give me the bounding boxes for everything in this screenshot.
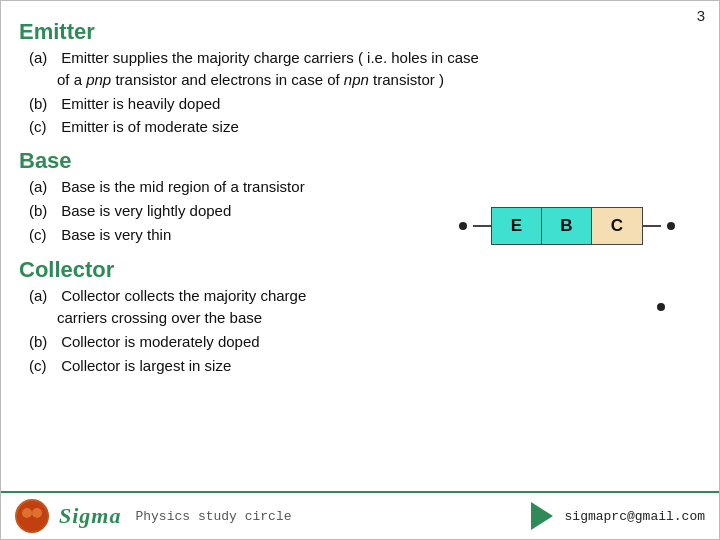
transistor-box: E B C bbox=[491, 207, 643, 245]
emitter-title: Emitter bbox=[19, 19, 701, 45]
collector-item-b: Collector is moderately doped bbox=[61, 333, 259, 350]
footer-subtitle: Physics study circle bbox=[135, 509, 291, 524]
collector-dot-area bbox=[651, 285, 671, 311]
svg-point-3 bbox=[24, 517, 40, 527]
page-number: 3 bbox=[697, 7, 705, 24]
emitter-item-c: Emitter is of moderate size bbox=[61, 118, 239, 135]
list-label: (a) bbox=[29, 176, 57, 198]
svg-point-2 bbox=[32, 508, 42, 518]
list-item: (a) Collector collects the majority char… bbox=[29, 285, 306, 329]
list-label: (a) bbox=[29, 285, 57, 307]
page: 3 Emitter (a) Emitter supplies the major… bbox=[0, 0, 720, 540]
pnp-italic: pnp bbox=[86, 71, 111, 88]
list-label: (c) bbox=[29, 224, 57, 246]
collector-list: (a) Collector collects the majority char… bbox=[19, 285, 306, 378]
footer-brand: Sigma bbox=[59, 503, 121, 529]
base-title: Base bbox=[19, 148, 701, 174]
base-list: (a) Base is the mid region of a transist… bbox=[19, 176, 453, 247]
collector-title: Collector bbox=[19, 257, 701, 283]
collector-item-a-text2: carriers crossing over the base bbox=[57, 309, 262, 326]
list-label: (a) bbox=[29, 47, 57, 69]
list-item: (c) Base is very thin bbox=[29, 224, 453, 246]
left-dot bbox=[459, 222, 467, 230]
diagram-row: E B C bbox=[453, 207, 681, 245]
base-content: (a) Base is the mid region of a transist… bbox=[19, 176, 701, 247]
right-line bbox=[643, 225, 661, 227]
footer-logo bbox=[15, 499, 49, 533]
cell-c: C bbox=[592, 208, 642, 244]
collector-content: (a) Collector collects the majority char… bbox=[19, 285, 701, 378]
base-section: Base (a) Base is the mid region of a tra… bbox=[19, 148, 701, 247]
emitter-section: Emitter (a) Emitter supplies the majorit… bbox=[19, 19, 701, 138]
list-item: (b) Emitter is heavily doped bbox=[29, 93, 701, 115]
arrow-icon bbox=[531, 502, 553, 530]
base-item-a: Base is the mid region of a transistor bbox=[61, 178, 304, 195]
emitter-list: (a) Emitter supplies the majority charge… bbox=[19, 47, 701, 138]
collector-section: Collector (a) Collector collects the maj… bbox=[19, 257, 701, 378]
collector-item-c: Collector is largest in size bbox=[61, 357, 231, 374]
collector-dot bbox=[657, 303, 665, 311]
list-item: (c) Emitter is of moderate size bbox=[29, 116, 701, 138]
right-dot bbox=[667, 222, 675, 230]
cell-e: E bbox=[492, 208, 542, 244]
base-item-c: Base is very thin bbox=[61, 226, 171, 243]
base-item-b: Base is very lightly doped bbox=[61, 202, 231, 219]
list-label: (b) bbox=[29, 93, 57, 115]
cell-b: B bbox=[542, 208, 592, 244]
list-item: (a) Base is the mid region of a transist… bbox=[29, 176, 453, 198]
emitter-item-a-text: Emitter supplies the majority charge car… bbox=[61, 49, 479, 66]
list-label: (c) bbox=[29, 355, 57, 377]
list-item: (c) Collector is largest in size bbox=[29, 355, 306, 377]
footer: Sigma Physics study circle sigmaprc@gmai… bbox=[1, 491, 719, 539]
list-label: (b) bbox=[29, 200, 57, 222]
emitter-item-b: Emitter is heavily doped bbox=[61, 95, 220, 112]
collector-item-a-text1: Collector collects the majority charge bbox=[61, 287, 306, 304]
transistor-diagram: E B C bbox=[453, 207, 681, 245]
svg-point-1 bbox=[22, 508, 32, 518]
footer-email: sigmaprc@gmail.com bbox=[565, 509, 705, 524]
list-item: (b) Base is very lightly doped bbox=[29, 200, 453, 222]
npn-italic: npn bbox=[344, 71, 369, 88]
list-item: (b) Collector is moderately doped bbox=[29, 331, 306, 353]
emitter-item-a-text2: of a pnp transistor and electrons in cas… bbox=[57, 71, 444, 88]
list-label: (b) bbox=[29, 331, 57, 353]
list-item: (a) Emitter supplies the majority charge… bbox=[29, 47, 701, 91]
left-line bbox=[473, 225, 491, 227]
logo-icon bbox=[16, 500, 48, 532]
footer-arrow-area: sigmaprc@gmail.com bbox=[531, 502, 705, 530]
list-label: (c) bbox=[29, 116, 57, 138]
